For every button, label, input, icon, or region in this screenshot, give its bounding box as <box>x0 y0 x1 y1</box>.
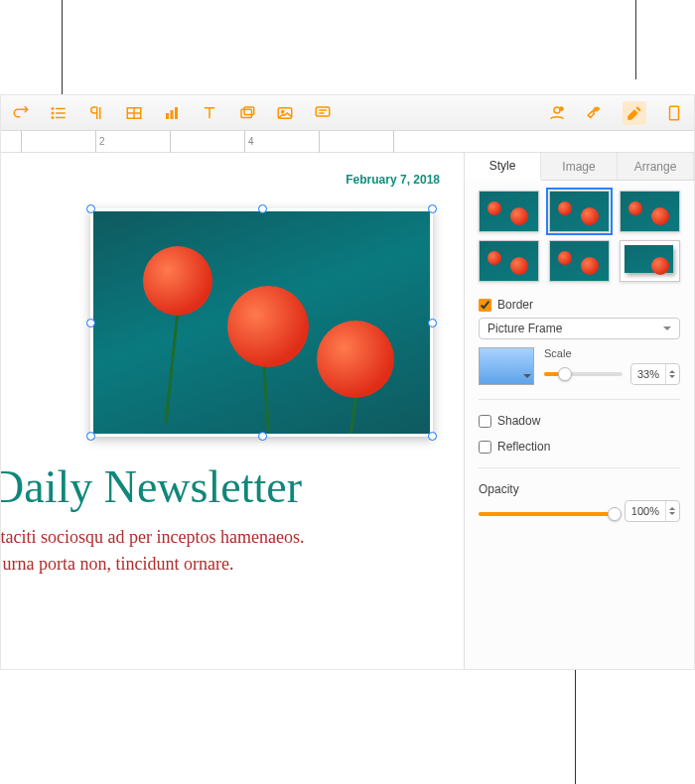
frame-preview-dropdown[interactable] <box>479 347 534 385</box>
list-icon[interactable] <box>49 103 69 123</box>
stepper-up[interactable] <box>666 501 679 511</box>
reflection-label: Reflection <box>497 440 550 454</box>
comment-icon[interactable] <box>313 103 333 123</box>
redo-icon[interactable] <box>11 103 31 123</box>
ruler-mark <box>393 131 397 153</box>
border-checkbox[interactable] <box>479 299 491 312</box>
resize-handle[interactable] <box>86 204 95 213</box>
scale-label: Scale <box>544 347 680 359</box>
svg-point-17 <box>282 110 284 112</box>
resize-handle[interactable] <box>428 319 437 327</box>
document-date: February 7, 2018 <box>346 173 440 187</box>
svg-point-21 <box>554 107 560 113</box>
pages-window: + 2 4 February 7, 2018 <box>0 94 695 670</box>
paragraph-icon[interactable] <box>86 103 106 123</box>
ruler-mark <box>170 131 174 153</box>
photo-content <box>90 208 433 437</box>
ruler-mark <box>319 131 323 153</box>
svg-text:+: + <box>560 107 562 111</box>
svg-rect-15 <box>244 107 254 115</box>
style-thumb[interactable] <box>620 191 680 232</box>
tools-icon[interactable] <box>585 103 605 123</box>
shape-icon[interactable] <box>237 103 257 123</box>
shadow-label: Shadow <box>497 414 540 428</box>
ruler-mark: 2 <box>95 131 105 153</box>
svg-rect-9 <box>166 113 169 119</box>
stepper-down[interactable] <box>666 511 679 521</box>
shadow-checkbox-row: Shadow <box>479 414 680 428</box>
tab-style[interactable]: Style <box>465 153 541 181</box>
style-thumb[interactable] <box>620 240 680 282</box>
body-line: t taciti sociosqu ad per inceptos hamena… <box>1 524 444 551</box>
border-checkbox-row: Border <box>479 298 680 312</box>
svg-point-3 <box>52 107 54 109</box>
reflection-checkbox-row: Reflection <box>479 440 680 454</box>
selected-image[interactable] <box>90 208 433 437</box>
ruler-mark <box>21 131 25 153</box>
scale-slider[interactable] <box>544 372 623 376</box>
border-type-value: Picture Frame <box>487 322 562 335</box>
opacity-section: Opacity 100% <box>479 482 680 522</box>
ruler[interactable]: 2 4 <box>1 131 694 153</box>
resize-handle[interactable] <box>428 204 437 213</box>
ruler-mark: 4 <box>244 131 254 153</box>
resize-handle[interactable] <box>86 432 95 441</box>
text-icon[interactable] <box>200 103 219 123</box>
shadow-checkbox[interactable] <box>479 415 491 428</box>
document-title[interactable]: Daily Newsletter <box>1 460 302 513</box>
opacity-label: Opacity <box>479 482 680 496</box>
opacity-value: 100% <box>626 505 665 517</box>
resize-handle[interactable] <box>258 204 267 213</box>
format-icon[interactable] <box>623 101 646 125</box>
style-thumb[interactable] <box>549 240 610 282</box>
border-label: Border <box>497 298 533 312</box>
style-thumb[interactable] <box>479 191 539 232</box>
tab-arrange[interactable]: Arrange <box>618 153 694 180</box>
opacity-field[interactable]: 100% <box>625 500 680 522</box>
svg-rect-24 <box>670 106 679 120</box>
border-type-dropdown[interactable]: Picture Frame <box>479 318 680 339</box>
media-icon[interactable] <box>275 103 295 123</box>
resize-handle[interactable] <box>258 432 267 441</box>
stepper-down[interactable] <box>666 374 679 384</box>
document-canvas[interactable]: February 7, 2018 Daily <box>1 153 464 669</box>
opacity-slider[interactable] <box>479 512 615 516</box>
svg-point-5 <box>52 116 54 118</box>
tab-image[interactable]: Image <box>541 153 618 180</box>
style-thumb[interactable] <box>549 191 610 232</box>
svg-rect-18 <box>316 107 330 116</box>
toolbar: + <box>1 95 694 131</box>
svg-rect-14 <box>241 109 252 117</box>
inspector-body: Border Picture Frame Scale 3 <box>465 181 694 532</box>
format-inspector: Style Image Arrange Border <box>464 153 694 669</box>
image-styles-grid <box>479 191 680 282</box>
resize-handle[interactable] <box>428 432 437 441</box>
table-icon[interactable] <box>124 103 144 123</box>
border-scale-row: Scale 33% <box>479 347 680 385</box>
svg-rect-10 <box>171 110 174 119</box>
scale-field[interactable]: 33% <box>630 363 680 385</box>
document-body[interactable]: t taciti sociosqu ad per inceptos hamena… <box>1 524 444 578</box>
style-thumb[interactable] <box>479 240 539 282</box>
collaborate-icon[interactable]: + <box>547 103 567 123</box>
stepper-up[interactable] <box>666 364 679 374</box>
svg-rect-11 <box>175 107 178 119</box>
resize-handle[interactable] <box>86 319 95 327</box>
reflection-checkbox[interactable] <box>479 441 491 454</box>
body-line: s urna porta non, tincidunt ornare. <box>1 551 444 578</box>
svg-point-4 <box>52 112 54 114</box>
chart-icon[interactable] <box>162 103 182 123</box>
document-icon[interactable] <box>664 103 684 123</box>
scale-value: 33% <box>631 368 665 380</box>
inspector-tabs: Style Image Arrange <box>465 153 694 181</box>
